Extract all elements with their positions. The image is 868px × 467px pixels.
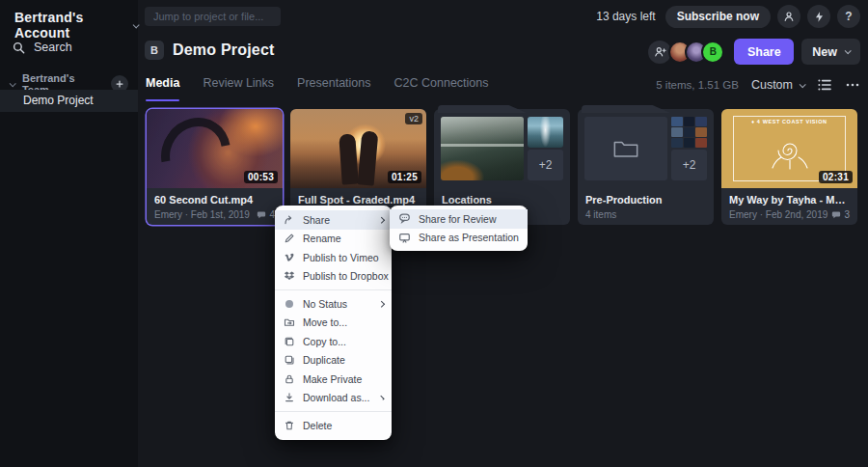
jump-search-input[interactable] xyxy=(145,7,281,26)
folder-collage: +2 xyxy=(578,109,714,188)
chevron-down-icon xyxy=(845,47,852,54)
menu-item-publish-vimeo[interactable]: Publish to Vimeo xyxy=(275,248,392,267)
menu-item-share[interactable]: Share xyxy=(275,210,392,230)
menu-divider xyxy=(275,289,392,290)
dropbox-icon xyxy=(284,270,295,282)
view-toolbar: 5 items, 1.51 GB Custom xyxy=(656,77,860,93)
folder-collage: +2 xyxy=(434,109,570,188)
media-card-60-second-cut[interactable]: 00:53 60 Second Cut.mp4 Emery · Feb 1st,… xyxy=(147,109,283,225)
chevron-right-icon xyxy=(380,396,384,399)
person-plus-icon xyxy=(653,44,667,59)
context-menu: Share Rename Publish to Vimeo Publish to… xyxy=(275,206,392,440)
card-meta: Emery · Feb 1st, 2019 xyxy=(154,209,250,220)
person-icon xyxy=(782,10,796,23)
video-thumbnail: v2 01:25 xyxy=(290,109,426,188)
chevron-down-icon xyxy=(10,80,16,87)
list-view-icon[interactable] xyxy=(817,77,832,93)
sidebar: Bertrand's Account Search Bertrand's Tea… xyxy=(0,0,138,467)
card-meta: 4 items xyxy=(585,209,616,220)
account-switcher[interactable]: Bertrand's Account xyxy=(14,10,138,41)
menu-item-make-private[interactable]: Make Private xyxy=(275,370,392,389)
page-title: Demo Project xyxy=(173,41,275,59)
lightning-icon xyxy=(813,11,826,23)
card-title: Full Spot - Graded.mp4 xyxy=(298,194,419,206)
card-meta: Emery · Feb 2nd, 2019 xyxy=(729,209,827,220)
share-arrow-icon xyxy=(284,214,295,226)
media-card-my-way[interactable]: ♦ 4 WEST COAST VISION 02:31 My Way by Ta… xyxy=(721,109,857,225)
share-submenu: Share for Review Share as Presentation xyxy=(390,206,528,251)
status-dot-icon xyxy=(284,298,295,310)
chevron-down-icon xyxy=(133,21,140,28)
menu-item-rename[interactable]: Rename xyxy=(275,230,392,249)
search-icon xyxy=(13,41,25,54)
review-bubble-icon xyxy=(398,212,411,225)
folder-icon xyxy=(612,138,639,160)
chevron-right-icon xyxy=(378,301,384,307)
items-summary: 5 items, 1.51 GB xyxy=(656,79,739,91)
menu-divider xyxy=(275,411,392,412)
account-button[interactable] xyxy=(777,5,800,28)
rose-illustration xyxy=(768,128,812,173)
extra-items-count: +2 xyxy=(528,150,563,180)
tab-c2c-connections[interactable]: C2C Connections xyxy=(394,76,489,101)
share-button[interactable]: Share xyxy=(734,39,794,65)
duration-badge: 01:25 xyxy=(388,171,421,183)
new-button[interactable]: New xyxy=(801,39,860,65)
duplicate-icon xyxy=(284,354,295,366)
comment-icon xyxy=(831,210,841,220)
version-badge: v2 xyxy=(405,113,422,124)
duration-badge: 00:53 xyxy=(244,171,278,183)
menu-item-download-as[interactable]: Download as... xyxy=(275,389,392,408)
app-window: Bertrand's Account Search Bertrand's Tea… xyxy=(0,0,868,467)
sidebar-item-demo-project[interactable]: Demo Project xyxy=(0,90,138,112)
trial-days-left: 13 days left xyxy=(596,10,655,23)
card-title: Locations xyxy=(442,194,562,206)
whats-new-button[interactable] xyxy=(807,5,830,28)
tab-presentations[interactable]: Presentations xyxy=(297,76,370,101)
chevron-right-icon xyxy=(378,217,384,223)
menu-item-publish-dropbox[interactable]: Publish to Dropbox xyxy=(275,267,392,287)
card-title: 60 Second Cut.mp4 xyxy=(154,194,275,206)
card-title: Pre-Production xyxy=(585,194,706,206)
search-label: Search xyxy=(34,41,72,54)
album-art-caption: ♦ 4 WEST COAST VISION xyxy=(721,119,857,124)
chevron-down-icon xyxy=(800,81,806,88)
comment-count: 4 xyxy=(257,209,275,220)
copy-icon xyxy=(284,336,295,347)
sort-selector[interactable]: Custom xyxy=(751,78,804,92)
folder-card-pre-production[interactable]: +2 Pre-Production 4 items xyxy=(578,109,714,225)
card-title: My Way by Tayha - MusicBe… xyxy=(729,194,850,206)
project-badge: B xyxy=(145,41,164,60)
extra-items-count: +2 xyxy=(671,150,707,180)
vimeo-icon xyxy=(284,252,295,263)
account-name: Bertrand's Account xyxy=(14,10,126,41)
trash-icon xyxy=(284,420,295,431)
collaborator-avatar[interactable]: B xyxy=(701,41,724,64)
pencil-icon xyxy=(284,233,295,244)
plus-icon xyxy=(115,79,124,89)
menu-item-move-to[interactable]: Move to... xyxy=(275,314,392,333)
subscribe-button[interactable]: Subscribe now xyxy=(665,6,771,28)
tab-review-links[interactable]: Review Links xyxy=(203,76,274,101)
folder-preview-image xyxy=(528,117,563,148)
more-options-icon[interactable] xyxy=(845,77,860,93)
menu-item-no-status[interactable]: No Status xyxy=(275,294,392,314)
menu-item-copy-to[interactable]: Copy to... xyxy=(275,332,392,351)
submenu-item-share-for-review[interactable]: Share for Review xyxy=(390,209,528,229)
tab-media[interactable]: Media xyxy=(146,76,179,101)
audio-thumbnail: ♦ 4 WEST COAST VISION 02:31 xyxy=(721,109,857,188)
duration-badge: 02:31 xyxy=(819,171,853,183)
menu-item-duplicate[interactable]: Duplicate xyxy=(275,351,392,371)
download-icon xyxy=(284,392,295,403)
presentation-icon xyxy=(398,232,411,244)
topbar-actions: 13 days left Subscribe now ? xyxy=(596,5,860,28)
question-mark-icon: ? xyxy=(845,10,852,23)
comment-count: 3 xyxy=(831,209,850,220)
submenu-item-share-as-presentation[interactable]: Share as Presentation xyxy=(390,229,528,248)
folder-preview-image xyxy=(441,117,524,180)
folder-preview-grid xyxy=(671,117,707,148)
menu-item-delete[interactable]: Delete xyxy=(275,416,392,435)
sidebar-item-search[interactable]: Search xyxy=(13,41,72,54)
help-button[interactable]: ? xyxy=(837,5,860,28)
project-tabs: Media Review Links Presentations C2C Con… xyxy=(146,76,488,101)
